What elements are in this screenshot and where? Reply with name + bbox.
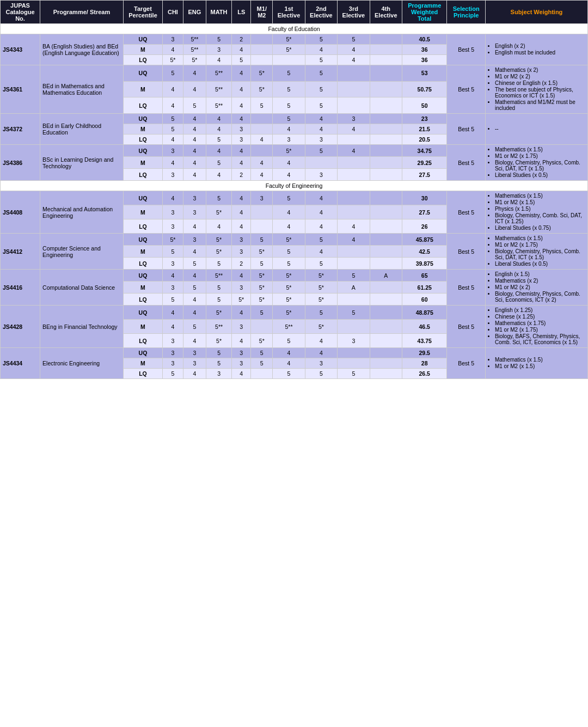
weighting-item: English must be included — [495, 50, 585, 56]
score-ls: 3 — [232, 282, 251, 294]
selection-principle: Best 5 — [447, 65, 486, 114]
score-math: 5* — [206, 234, 232, 246]
table-row: JS4416Computational Data ScienceUQ445**4… — [1, 270, 588, 282]
weighted-total: 39.875 — [402, 258, 447, 270]
score-math: 5 — [206, 294, 232, 306]
score-e3 — [338, 246, 370, 258]
catalogue-no: JS4343 — [1, 34, 40, 65]
score-eng: 4 — [183, 114, 206, 124]
score-eng: 4 — [183, 219, 206, 234]
score-math: 5 — [206, 358, 232, 369]
score-e2: 4 — [305, 124, 337, 135]
percentile: UQ — [123, 191, 162, 205]
score-math: 3 — [206, 369, 232, 379]
weighted-total: 42.5 — [402, 246, 447, 258]
score-eng: 4 — [183, 157, 206, 169]
table-row: JS4386BSc in Learning Design and Technol… — [1, 145, 588, 157]
main-table: JUPAS Catalogue No. Programme/ Stream Ta… — [0, 0, 588, 379]
score-math: 5 — [206, 348, 232, 358]
score-chi: 4 — [163, 45, 183, 55]
catalogue-no: JS4416 — [1, 270, 40, 306]
score-eng: 4 — [183, 169, 206, 181]
header-e2: 2nd Elective — [305, 1, 337, 24]
score-e1: 4 — [273, 205, 305, 219]
header-chi: CHI — [163, 1, 183, 24]
score-m1m2: 5* — [251, 294, 273, 306]
header-total: Programme Weighted Total — [402, 1, 447, 24]
table-row: JS4412Computer Science and EngineeringUQ… — [1, 234, 588, 246]
score-eng: 3 — [183, 358, 206, 369]
score-math: 5 — [206, 34, 232, 45]
score-m1m2 — [251, 219, 273, 234]
score-m1m2 — [251, 124, 273, 135]
score-e2: 3 — [305, 135, 337, 145]
score-eng: 5** — [183, 34, 206, 45]
score-math: 5** — [206, 65, 232, 82]
score-e4 — [370, 219, 402, 234]
weighted-total: 20.5 — [402, 135, 447, 145]
weighted-total: 50 — [402, 97, 447, 114]
header-weighting: Subject Weighting — [485, 1, 587, 24]
weighted-total: 28 — [402, 358, 447, 369]
score-eng: 4 — [183, 294, 206, 306]
score-ls: 4 — [232, 369, 251, 379]
score-e2: 4 — [305, 334, 337, 348]
score-math: 5** — [206, 270, 232, 282]
percentile: LQ — [123, 294, 162, 306]
programme-name: Electronic Engineering — [40, 348, 124, 379]
score-e4 — [370, 157, 402, 169]
header-percentile: Target Percentile — [123, 1, 162, 24]
score-e3 — [338, 258, 370, 270]
score-e3: 4 — [338, 55, 370, 65]
subject-weighting: Mathematics (x 1.5)M1 or M2 (x 1.5) — [485, 348, 587, 379]
weighted-total: 50.75 — [402, 81, 447, 97]
score-e4 — [370, 320, 402, 334]
score-ls: 5* — [232, 294, 251, 306]
score-m1m2 — [251, 45, 273, 55]
score-e3 — [338, 294, 370, 306]
weighting-item: English (x 1.25) — [495, 307, 585, 313]
score-eng: 5* — [183, 55, 206, 65]
table-row: JS4372BEd in Early Childhood EducationUQ… — [1, 114, 588, 124]
score-e4 — [370, 55, 402, 65]
weighted-total: 36 — [402, 55, 447, 65]
score-chi: 3 — [163, 219, 183, 234]
percentile: UQ — [123, 234, 162, 246]
score-ls: 3 — [232, 348, 251, 358]
percentile: LQ — [123, 135, 162, 145]
header-math: MATH — [206, 1, 232, 24]
subject-weighting: English (x 1.5)Mathematics (x 2)M1 or M2… — [485, 270, 587, 306]
programme-name: BEd in Early Childhood Education — [40, 114, 124, 145]
weighted-total: 45.875 — [402, 234, 447, 246]
score-chi: 3 — [163, 145, 183, 157]
programme-name: Computer Science and Engineering — [40, 234, 124, 270]
score-m1m2: 5* — [251, 246, 273, 258]
score-ls: 2 — [232, 258, 251, 270]
score-eng: 3 — [183, 348, 206, 358]
subject-weighting: English (x 2)English must be included — [485, 34, 587, 65]
score-e4 — [370, 205, 402, 219]
score-e2: 5* — [305, 270, 337, 282]
score-e4 — [370, 306, 402, 320]
score-e3 — [338, 157, 370, 169]
score-e2: 3 — [305, 169, 337, 181]
weighting-item: Mathematics (x 1.5) — [495, 357, 585, 363]
score-chi: 4 — [163, 270, 183, 282]
weighted-total: 60 — [402, 294, 447, 306]
score-ls: 4 — [232, 334, 251, 348]
percentile: LQ — [123, 334, 162, 348]
score-m1m2 — [251, 34, 273, 45]
score-chi: 4 — [163, 97, 183, 114]
percentile: LQ — [123, 97, 162, 114]
score-ls: 4 — [232, 270, 251, 282]
score-ls: 3 — [232, 135, 251, 145]
score-e4 — [370, 45, 402, 55]
score-e1: 5 — [273, 65, 305, 82]
score-e3: 5 — [338, 306, 370, 320]
score-e3 — [338, 191, 370, 205]
score-chi: 4 — [163, 157, 183, 169]
weighting-item: Liberal Studies (x 0.5) — [495, 261, 585, 267]
score-eng: 4 — [183, 334, 206, 348]
score-eng: 4 — [183, 246, 206, 258]
percentile: UQ — [123, 348, 162, 358]
